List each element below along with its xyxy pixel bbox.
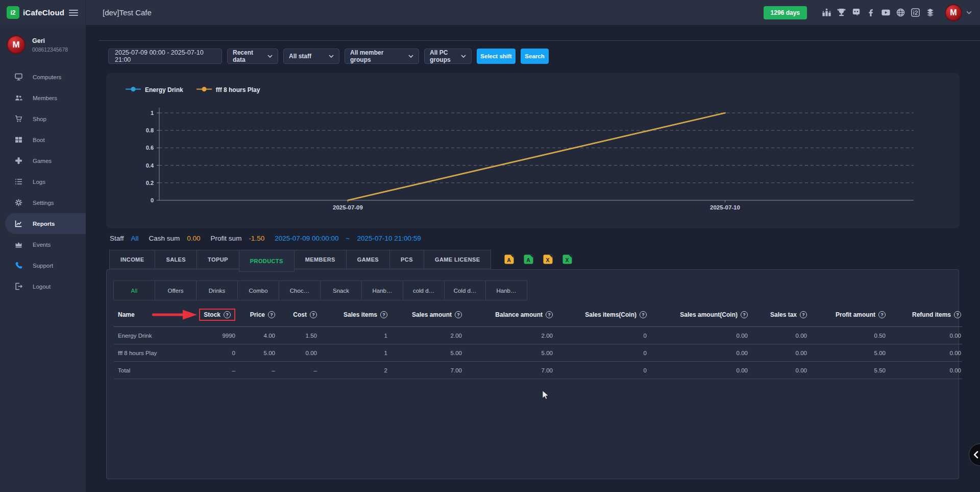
select-shift-button[interactable]: Select shift xyxy=(477,49,516,64)
sidebar-item-events[interactable]: Events xyxy=(0,234,86,255)
export-excel-yellow-icon[interactable]: X xyxy=(543,254,553,264)
facebook-icon[interactable] xyxy=(864,8,878,17)
help-icon[interactable]: ? xyxy=(455,311,462,318)
list-icon xyxy=(15,178,22,185)
search-button[interactable]: Search xyxy=(521,49,549,64)
report-tab-sales[interactable]: SALES xyxy=(155,250,197,269)
report-tab-members[interactable]: MEMBERS xyxy=(294,250,347,269)
category-tab-combo[interactable]: Combo xyxy=(237,280,279,300)
cell-sales-amount: 7.00 xyxy=(388,362,463,379)
sidebar-item-members[interactable]: Members xyxy=(0,87,86,108)
sidebar-item-settings[interactable]: Settings xyxy=(0,192,86,213)
staff-value[interactable]: All xyxy=(131,235,139,242)
ranking-icon[interactable] xyxy=(819,8,834,17)
data-type-select[interactable]: Recent data xyxy=(227,49,278,64)
user-avatar[interactable]: M xyxy=(945,4,962,21)
help-icon[interactable]: ? xyxy=(800,311,807,318)
export-buttons: AAXX xyxy=(504,254,572,264)
column-header-sales-amount: Sales amount? xyxy=(388,303,463,327)
cell-sales-amount-coin: 0.00 xyxy=(648,327,749,344)
globe-icon[interactable] xyxy=(893,8,908,17)
column-label: Balance amount xyxy=(495,311,543,318)
column-label: Refund items xyxy=(912,311,951,318)
cell-sales-amount-coin: 0.00 xyxy=(648,344,749,362)
help-icon[interactable]: ? xyxy=(380,311,387,318)
cell-sales-items-coin: 0 xyxy=(554,344,648,362)
sidebar-item-label: Computers xyxy=(33,74,61,80)
pc-groups-select[interactable]: All PC groups xyxy=(424,49,472,64)
help-icon[interactable]: ? xyxy=(310,311,317,318)
member-groups-select[interactable]: All member groups xyxy=(345,49,419,64)
sidebar-item-boot[interactable]: Boot xyxy=(0,129,86,150)
export-pdf-green-icon[interactable]: A xyxy=(524,254,533,264)
sidebar-item-reports[interactable]: Reports xyxy=(5,213,86,234)
brand-zone: i2 iCafeCloud xyxy=(0,0,86,25)
cell-price: – xyxy=(236,362,276,379)
chevron-down-icon xyxy=(267,55,273,58)
category-tab-drinks[interactable]: Drinks xyxy=(196,280,238,300)
report-tab-income[interactable]: INCOME xyxy=(109,250,155,269)
cell-sales-amount: 5.00 xyxy=(388,344,463,362)
category-tab-cold-d[interactable]: Cold d… xyxy=(444,280,486,300)
sidebar-item-label: Logs xyxy=(33,179,45,185)
category-tab-cold-d[interactable]: cold d… xyxy=(403,280,445,300)
date-range-input[interactable]: 2025-07-09 00:00 - 2025-07-10 21:00 xyxy=(108,49,222,64)
cart-icon xyxy=(15,115,22,123)
svg-text:1: 1 xyxy=(151,110,154,116)
export-pdf-yellow-icon[interactable]: A xyxy=(504,254,514,264)
trophy-icon[interactable] xyxy=(834,8,849,17)
category-tab-choc[interactable]: Choc… xyxy=(279,280,321,300)
legend-item-fff-8-hours-play[interactable]: fff 8 hours Play xyxy=(197,86,260,93)
category-tab-offers[interactable]: Offers xyxy=(155,280,197,300)
export-excel-green-icon[interactable]: X xyxy=(562,254,572,264)
menu-toggle-button[interactable] xyxy=(69,8,78,17)
users-icon xyxy=(15,94,22,102)
sidebar-item-computers[interactable]: Computers xyxy=(0,66,86,87)
legend-label: Energy Drink xyxy=(145,86,183,93)
sidebar-item-label: Settings xyxy=(33,200,54,206)
sidebar-item-games[interactable]: Games xyxy=(0,150,86,171)
help-icon[interactable]: ? xyxy=(954,311,961,318)
cell-profit-amount: 5.50 xyxy=(808,362,887,379)
svg-text:0.8: 0.8 xyxy=(146,127,154,133)
help-icon[interactable]: ? xyxy=(546,311,553,318)
layers-icon[interactable] xyxy=(923,8,938,17)
products-report-card: AllOffersDrinksComboChoc…SnackHanb…cold … xyxy=(106,269,959,479)
staff-select[interactable]: All staff xyxy=(283,49,339,64)
cell-sales-tax: 0.00 xyxy=(749,362,808,379)
product-name: Energy Drink xyxy=(114,327,190,344)
category-tab-hanb[interactable]: Hanb… xyxy=(361,280,403,300)
icafecloud-icon[interactable] xyxy=(908,8,923,17)
report-tab-games[interactable]: GAMES xyxy=(346,250,390,269)
cell-refund-items: 0.00 xyxy=(887,327,962,344)
chevron-down-icon xyxy=(329,55,334,58)
help-icon[interactable]: ? xyxy=(268,311,275,318)
legend-item-energy-drink[interactable]: Energy Drink xyxy=(126,86,183,93)
days-remaining-badge[interactable]: 1296 days xyxy=(764,6,807,19)
sidebar-item-label: Reports xyxy=(33,221,55,227)
sidebar-user[interactable]: M Geri 008612345678 xyxy=(0,25,86,58)
help-icon[interactable]: ? xyxy=(741,311,748,318)
help-icon[interactable]: ? xyxy=(878,311,886,318)
help-icon[interactable]: ? xyxy=(640,311,647,318)
column-label: Price xyxy=(250,311,265,318)
category-tab-snack[interactable]: Snack xyxy=(320,280,362,300)
chevron-down-icon[interactable] xyxy=(966,11,972,14)
sidebar-item-support[interactable]: Support xyxy=(0,255,86,276)
sidebar-item-shop[interactable]: Shop xyxy=(0,108,86,129)
report-tab-products[interactable]: PRODUCTS xyxy=(239,250,295,272)
youtube-icon[interactable] xyxy=(878,8,893,17)
help-icon[interactable]: ? xyxy=(224,311,231,318)
cell-sales-amount: 2.00 xyxy=(388,327,463,344)
report-tab-game-license[interactable]: GAME LICENSE xyxy=(424,250,492,269)
discord-icon[interactable] xyxy=(849,8,864,17)
sidebar-item-logs[interactable]: Logs xyxy=(0,171,86,192)
cell-stock: 9990 xyxy=(190,327,236,344)
category-tab-hanb[interactable]: Hanb… xyxy=(485,280,527,300)
report-tab-topup[interactable]: TOPUP xyxy=(197,250,239,269)
report-tab-pcs[interactable]: PCS xyxy=(389,250,424,269)
gamepad-icon xyxy=(15,157,22,165)
selected-value: Recent data xyxy=(233,49,263,63)
category-tab-all[interactable]: All xyxy=(113,280,155,300)
sidebar-item-logout[interactable]: Logout xyxy=(0,276,86,297)
